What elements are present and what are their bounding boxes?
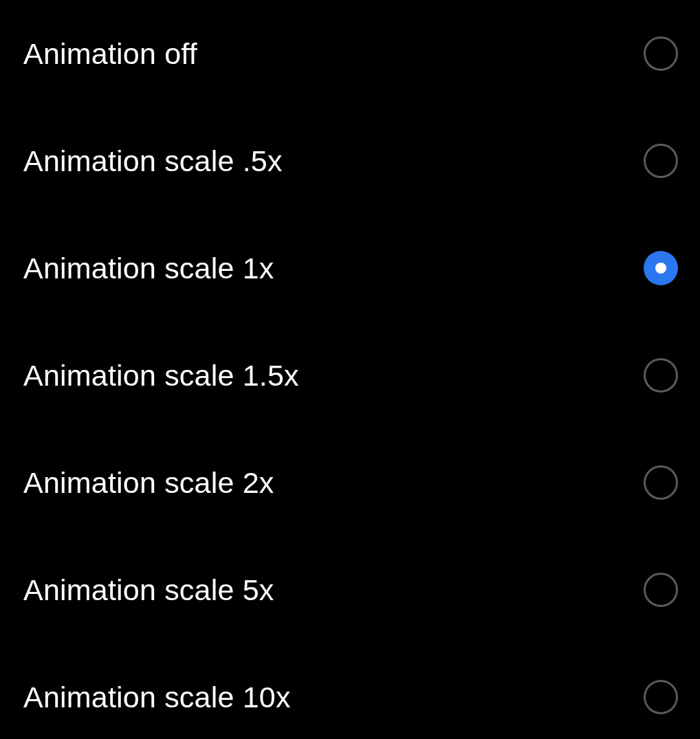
radio-icon <box>644 465 678 500</box>
option-label: Animation scale 10x <box>23 681 291 714</box>
option-animation-scale-2x[interactable]: Animation scale 2x <box>0 429 700 536</box>
animation-scale-options-list: Animation off Animation scale .5x Animat… <box>0 0 700 739</box>
radio-icon <box>644 573 678 607</box>
option-animation-off[interactable]: Animation off <box>0 0 700 107</box>
option-animation-scale-1-5x[interactable]: Animation scale 1.5x <box>0 322 700 429</box>
option-animation-scale-5x[interactable]: Animation scale 5x <box>0 536 700 643</box>
radio-icon <box>644 358 678 393</box>
radio-icon <box>644 680 678 714</box>
option-label: Animation scale 1.5x <box>23 359 299 393</box>
option-animation-scale-0-5x[interactable]: Animation scale .5x <box>0 107 700 214</box>
option-label: Animation scale 5x <box>23 573 274 607</box>
radio-icon <box>644 36 678 71</box>
option-label: Animation scale 1x <box>23 252 274 285</box>
option-animation-scale-10x[interactable]: Animation scale 10x <box>0 643 700 739</box>
option-label: Animation off <box>23 37 197 71</box>
option-label: Animation scale 2x <box>23 466 274 500</box>
option-animation-scale-1x[interactable]: Animation scale 1x <box>0 214 700 322</box>
radio-selected-icon <box>644 251 678 285</box>
radio-dot-icon <box>655 263 666 274</box>
option-label: Animation scale .5x <box>23 144 283 178</box>
radio-icon <box>644 144 678 178</box>
